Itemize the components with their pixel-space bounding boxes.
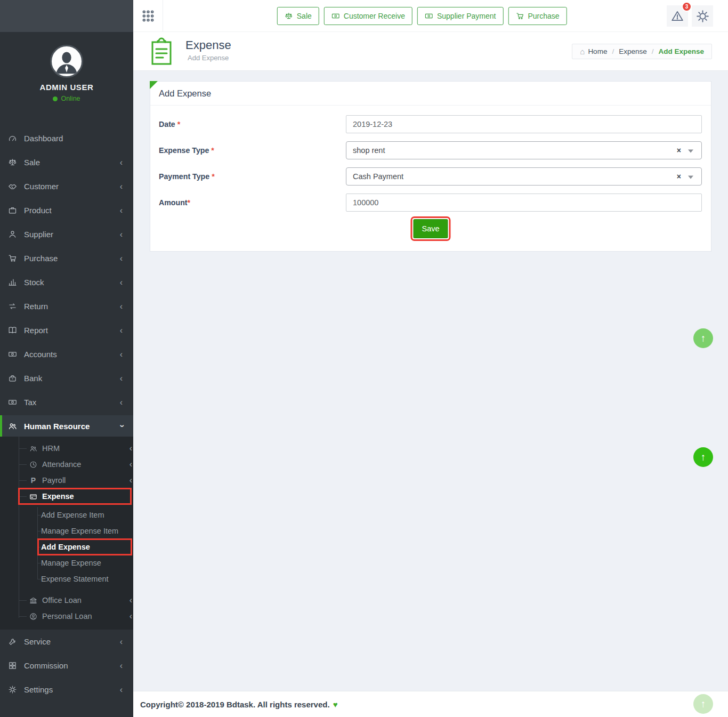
sidebar-item-manage-expense[interactable]: Manage Expense (0, 555, 133, 571)
chevron-left-icon (130, 476, 132, 485)
page-title-bar: Expense Add Expense Home / Expense / Add… (133, 32, 728, 71)
purchase-button[interactable]: Purchase (508, 7, 567, 25)
human-resource-submenu: HRM Attendance P Payroll Expense Add Exp… (0, 437, 133, 630)
sidebar-item-add-expense[interactable]: Add Expense (0, 539, 133, 555)
user-name: ADMIN USER (0, 83, 133, 92)
breadcrumb-home[interactable]: Home (588, 47, 607, 55)
expense-type-row: Expense Type* shop rent (150, 141, 711, 159)
money-icon (331, 12, 340, 20)
sidebar-item-hrm[interactable]: HRM (0, 440, 133, 456)
sidebar-item-product[interactable]: Product (0, 198, 133, 222)
sidebar-item-return[interactable]: Return (0, 294, 133, 318)
customer-receive-button[interactable]: Customer Receive (324, 7, 412, 25)
sidebar-item-attendance[interactable]: Attendance (0, 456, 133, 472)
scale-icon (285, 12, 293, 20)
sidebar-item-human-resource[interactable]: Human Resource (0, 415, 133, 437)
handshake-icon (8, 182, 17, 191)
sidebar-item-supplier[interactable]: Supplier (0, 222, 133, 246)
gear-icon (8, 685, 17, 694)
sidebar-header-band (0, 0, 133, 32)
supplier-payment-button[interactable]: Supplier Payment (417, 7, 504, 25)
sidebar-item-payroll[interactable]: P Payroll (0, 472, 133, 488)
chevron-left-icon (120, 638, 123, 646)
date-input[interactable] (346, 115, 702, 133)
sidebar-item-office-loan[interactable]: Office Loan (0, 592, 133, 608)
bank-bag-icon (8, 374, 17, 383)
scroll-top-button[interactable] (693, 694, 713, 714)
notification-badge: 3 (682, 2, 692, 12)
scroll-top-button[interactable] (693, 328, 713, 348)
sidebar-nav: Dashboard Sale Customer Product Supplier… (0, 126, 133, 702)
breadcrumb: Home / Expense / Add Expense (572, 44, 712, 59)
chevron-left-icon (130, 444, 132, 453)
sidebar-item-personal-loan[interactable]: Personal Loan (0, 608, 133, 624)
scroll-top-button[interactable] (693, 447, 713, 467)
user-silhouette-icon (52, 46, 82, 76)
grid-dots-icon (141, 9, 155, 23)
chevron-left-icon (120, 158, 123, 167)
footer: Copyright© 2018-2019 Bdtask. All rights … (133, 691, 728, 717)
exchange-icon (8, 302, 17, 311)
card-corner-ribbon (150, 81, 158, 89)
copyright-text: Copyright© 2018-2019 Bdtask. All rights … (140, 700, 330, 709)
apps-menu-button[interactable] (133, 0, 163, 32)
sidebar-item-stock[interactable]: Stock (0, 270, 133, 294)
chevron-left-icon (120, 206, 123, 215)
sidebar: ADMIN USER Online Dashboard Sale Custome… (0, 0, 133, 717)
breadcrumb-current: Add Expense (658, 47, 704, 55)
payment-type-label: Payment Type (159, 172, 209, 181)
chevron-left-icon (120, 326, 123, 335)
chevron-left-icon (120, 278, 123, 287)
sidebar-item-bank[interactable]: Bank (0, 366, 133, 390)
home-icon (580, 47, 585, 56)
users-icon (8, 422, 17, 431)
clear-icon[interactable] (677, 146, 681, 155)
required-mark: * (188, 198, 191, 207)
sidebar-item-purchase[interactable]: Purchase (0, 246, 133, 270)
sidebar-item-sale[interactable]: Sale (0, 150, 133, 174)
page-title: Expense (185, 38, 231, 52)
sidebar-item-accounts[interactable]: Accounts (0, 342, 133, 366)
sidebar-item-expense[interactable]: Expense (0, 488, 133, 504)
arrow-up-icon (701, 333, 706, 344)
sidebar-item-dashboard[interactable]: Dashboard (0, 126, 133, 150)
content-area: Add Expense Date* Expense Type* shop ren… (133, 71, 728, 691)
sidebar-item-manage-expense-item[interactable]: Manage Expense Item (0, 523, 133, 539)
quick-actions: Sale Customer Receive Supplier Payment P… (277, 7, 567, 25)
sidebar-item-add-expense-item[interactable]: Add Expense Item (0, 507, 133, 523)
credit-card-icon (29, 493, 37, 501)
chevron-left-icon (130, 460, 132, 469)
expense-submenu: Add Expense Item Manage Expense Item Add… (0, 507, 133, 587)
sale-button[interactable]: Sale (277, 7, 319, 25)
breadcrumb-expense[interactable]: Expense (619, 47, 647, 55)
user-block: ADMIN USER Online (0, 45, 133, 126)
sidebar-item-expense-statement[interactable]: Expense Statement (0, 571, 133, 587)
sidebar-item-commission[interactable]: Commission (0, 654, 133, 678)
money-icon (425, 12, 433, 20)
sidebar-item-report[interactable]: Report (0, 318, 133, 342)
users-icon (29, 445, 37, 453)
caret-down-icon (688, 150, 693, 153)
notifications-button[interactable]: 3 (667, 5, 688, 27)
sidebar-item-settings[interactable]: Settings (0, 678, 133, 702)
required-mark: * (177, 120, 181, 128)
tools-icon (8, 637, 17, 646)
chevron-left-icon (120, 398, 123, 407)
amount-input[interactable] (346, 194, 702, 212)
sidebar-item-customer[interactable]: Customer (0, 174, 133, 198)
settings-button[interactable] (692, 5, 713, 27)
heart-icon: ♥ (333, 700, 338, 709)
payment-type-row: Payment Type* Cash Payment (150, 167, 711, 186)
payment-type-select[interactable]: Cash Payment (346, 167, 702, 186)
clock-icon (29, 461, 37, 469)
chevron-left-icon (120, 374, 123, 383)
expense-type-value: shop rent (353, 146, 385, 155)
sidebar-item-service[interactable]: Service (0, 630, 133, 654)
online-dot-icon (53, 96, 58, 101)
avatar[interactable] (50, 45, 83, 78)
save-button[interactable]: Save (413, 219, 448, 238)
expense-type-select[interactable]: shop rent (346, 141, 702, 159)
clear-icon[interactable] (677, 172, 681, 181)
sidebar-item-tax[interactable]: Tax (0, 390, 133, 414)
arrow-up-icon (701, 698, 706, 710)
